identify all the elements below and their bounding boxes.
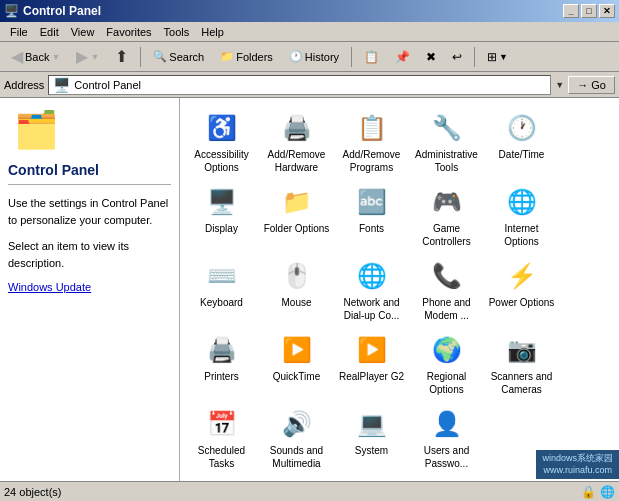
icon-label-phone: Phone and Modem ... <box>413 296 480 322</box>
menu-tools[interactable]: Tools <box>158 24 196 40</box>
icon-label-admintools: Administrative Tools <box>413 148 480 174</box>
icon-addremoveprog[interactable]: 📋Add/Remove Programs <box>334 106 409 180</box>
icon-img-addremovehw: 🖨️ <box>281 112 313 144</box>
toolbar-separator-1 <box>140 47 141 67</box>
delete-icon: ✖ <box>426 50 436 64</box>
menu-view[interactable]: View <box>65 24 101 40</box>
icon-img-internet: 🌐 <box>506 186 538 218</box>
search-button[interactable]: 🔍 Search <box>146 45 211 69</box>
icon-realplayer[interactable]: ▶️RealPlayer G2 <box>334 328 409 402</box>
icon-img-keyboard: ⌨️ <box>206 260 238 292</box>
undo-icon: ↩ <box>452 50 462 64</box>
icon-users[interactable]: 👤Users and Passwo... <box>409 402 484 476</box>
window-icon: 🖥️ <box>4 4 19 18</box>
toolbar: ◀ Back ▼ ▶ ▼ ⬆ 🔍 Search 📁 Folders 🕐 Hist… <box>0 42 619 72</box>
panel-sub-description: Select an item to view its description. <box>8 238 171 271</box>
icon-label-folderoptions: Folder Options <box>264 222 330 235</box>
icon-img-sounds: 🔊 <box>281 408 313 440</box>
icon-game[interactable]: 🎮Game Controllers <box>409 180 484 254</box>
icon-img-display: 🖥️ <box>206 186 238 218</box>
icon-img-scheduled: 📅 <box>206 408 238 440</box>
watermark: windows系统家园 www.ruinafu.com <box>536 450 619 479</box>
icon-label-addremoveprog: Add/Remove Programs <box>338 148 405 174</box>
go-button[interactable]: → Go <box>568 76 615 94</box>
icon-img-power: ⚡ <box>506 260 538 292</box>
paste-button[interactable]: 📌 <box>388 45 417 69</box>
icon-label-power: Power Options <box>489 296 555 309</box>
up-icon: ⬆ <box>115 47 128 66</box>
go-icon: → <box>577 79 588 91</box>
icon-label-fonts: Fonts <box>359 222 384 235</box>
icon-label-network: Network and Dial-up Co... <box>338 296 405 322</box>
address-bar: Address 🖥️ Control Panel ▼ → Go <box>0 72 619 98</box>
search-icon: 🔍 <box>153 50 167 63</box>
icon-scheduled[interactable]: 📅Scheduled Tasks <box>184 402 259 476</box>
icon-label-addremovehw: Add/Remove Hardware <box>263 148 330 174</box>
icon-label-printers: Printers <box>204 370 238 383</box>
icon-phone[interactable]: 📞Phone and Modem ... <box>409 254 484 328</box>
icon-display[interactable]: 🖥️Display <box>184 180 259 254</box>
icon-keyboard[interactable]: ⌨️Keyboard <box>184 254 259 328</box>
icon-quicktime[interactable]: ▶️QuickTime <box>259 328 334 402</box>
forward-icon: ▶ <box>76 47 88 66</box>
icon-internet[interactable]: 🌐Internet Options <box>484 180 559 254</box>
icon-datetime[interactable]: 🕐Date/Time <box>484 106 559 180</box>
icon-label-mouse: Mouse <box>281 296 311 309</box>
icon-img-network: 🌐 <box>356 260 388 292</box>
address-dropdown-icon[interactable]: ▼ <box>555 80 564 90</box>
back-button[interactable]: ◀ Back ▼ <box>4 45 67 69</box>
icon-label-internet: Internet Options <box>488 222 555 248</box>
status-count: 24 object(s) <box>4 486 61 498</box>
left-panel: 🗂️ Control Panel Use the settings in Con… <box>0 98 180 481</box>
icon-label-display: Display <box>205 222 238 235</box>
address-label: Address <box>4 79 44 91</box>
menu-file[interactable]: File <box>4 24 34 40</box>
icon-fonts[interactable]: 🔤Fonts <box>334 180 409 254</box>
minimize-button[interactable]: _ <box>563 4 579 18</box>
icon-power[interactable]: ⚡Power Options <box>484 254 559 328</box>
icon-img-datetime: 🕐 <box>506 112 538 144</box>
icon-accessibility[interactable]: ♿Accessibility Options <box>184 106 259 180</box>
icon-label-regional: Regional Options <box>413 370 480 396</box>
delete-button[interactable]: ✖ <box>419 45 443 69</box>
icon-label-accessibility: Accessibility Options <box>188 148 255 174</box>
forward-dropdown-icon: ▼ <box>90 52 99 62</box>
status-right: 🔒 🌐 <box>581 485 615 499</box>
back-icon: ◀ <box>11 47 23 66</box>
status-bar: 24 object(s) 🔒 🌐 <box>0 481 619 501</box>
address-input[interactable]: 🖥️ Control Panel <box>48 75 551 95</box>
icon-label-scheduled: Scheduled Tasks <box>188 444 255 470</box>
icon-scanners[interactable]: 📷Scanners and Cameras <box>484 328 559 402</box>
panel-folder-icon: 🗂️ <box>8 106 64 154</box>
icon-regional[interactable]: 🌍Regional Options <box>409 328 484 402</box>
icon-admintools[interactable]: 🔧Administrative Tools <box>409 106 484 180</box>
menu-favorites[interactable]: Favorites <box>100 24 157 40</box>
status-zone-icon: 🌐 <box>600 485 615 499</box>
view-dropdown-icon: ▼ <box>499 52 508 62</box>
icon-img-fonts: 🔤 <box>356 186 388 218</box>
icon-sounds[interactable]: 🔊Sounds and Multimedia <box>259 402 334 476</box>
icon-img-game: 🎮 <box>431 186 463 218</box>
copy-button[interactable]: 📋 <box>357 45 386 69</box>
maximize-button[interactable]: □ <box>581 4 597 18</box>
undo-button[interactable]: ↩ <box>445 45 469 69</box>
icon-system[interactable]: 💻System <box>334 402 409 476</box>
window-title: Control Panel <box>23 4 101 18</box>
up-button[interactable]: ⬆ <box>108 45 135 69</box>
icon-network[interactable]: 🌐Network and Dial-up Co... <box>334 254 409 328</box>
icon-addremovehw[interactable]: 🖨️Add/Remove Hardware <box>259 106 334 180</box>
icon-printers[interactable]: 🖨️Printers <box>184 328 259 402</box>
menu-edit[interactable]: Edit <box>34 24 65 40</box>
forward-button[interactable]: ▶ ▼ <box>69 45 106 69</box>
menu-help[interactable]: Help <box>195 24 230 40</box>
icon-mouse[interactable]: 🖱️Mouse <box>259 254 334 328</box>
title-bar: 🖥️ Control Panel _ □ ✕ <box>0 0 619 22</box>
windows-update-link[interactable]: Windows Update <box>8 281 91 293</box>
icon-img-scanners: 📷 <box>506 334 538 366</box>
folders-button[interactable]: 📁 Folders <box>213 45 280 69</box>
view-button[interactable]: ⊞ ▼ <box>480 45 515 69</box>
icon-img-mouse: 🖱️ <box>281 260 313 292</box>
history-button[interactable]: 🕐 History <box>282 45 346 69</box>
close-button[interactable]: ✕ <box>599 4 615 18</box>
icon-folderoptions[interactable]: 📁Folder Options <box>259 180 334 254</box>
